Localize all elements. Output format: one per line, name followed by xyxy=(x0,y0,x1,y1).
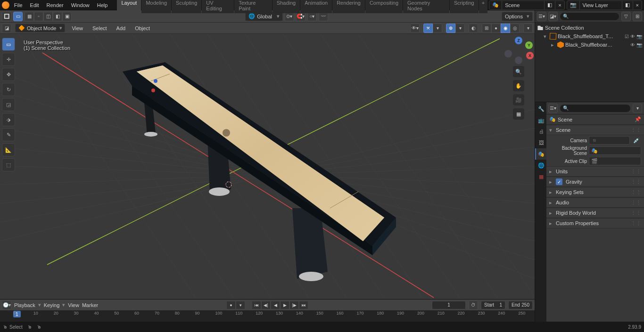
menu-edit[interactable]: Edit xyxy=(26,1,43,9)
tool-cursor-icon[interactable]: ▭ xyxy=(13,12,23,21)
axis-neg-icon[interactable] xyxy=(504,50,512,57)
editor-type-icon[interactable]: 🔳 xyxy=(2,12,11,21)
active-clip-field[interactable]: 🎬 xyxy=(589,157,641,165)
tool-transform[interactable]: ⬗ xyxy=(2,113,15,126)
start-frame-field[interactable]: Start1 xyxy=(481,301,505,309)
chevron-down-icon[interactable]: ▾ xyxy=(544,33,548,40)
select-mode-5[interactable]: ▣ xyxy=(62,12,72,21)
tree-visibility-toggles[interactable]: 👁 📷 xyxy=(630,42,642,48)
lock-range-icon[interactable]: ⏱ xyxy=(469,300,478,310)
zoom-icon[interactable]: 🔍 xyxy=(513,66,524,77)
select-mode-3[interactable]: ◫ xyxy=(43,12,53,21)
prop-tab-tool[interactable]: 🔧 xyxy=(535,103,546,114)
menu-render[interactable]: Render xyxy=(43,1,67,9)
jump-start-icon[interactable]: ⏮ xyxy=(252,301,261,309)
properties-options-icon[interactable]: ▾ xyxy=(633,104,642,113)
chevron-right-icon[interactable]: ▸ xyxy=(551,42,556,48)
section-gravity[interactable]: ▸✓Gravity⋮⋮ xyxy=(546,177,644,187)
gravity-checkbox[interactable]: ✓ xyxy=(556,178,562,185)
shading-wireframe[interactable]: ⊞ xyxy=(482,24,491,33)
perspective-toggle-icon[interactable]: ▦ xyxy=(513,108,524,120)
autokey-dropdown[interactable]: ▾ xyxy=(236,301,245,309)
tool-annotate[interactable]: ✎ xyxy=(2,128,15,141)
timeline-menu-marker[interactable]: Marker xyxy=(82,302,98,308)
section-rigid-body[interactable]: ▸Rigid Body World⋮⋮ xyxy=(546,208,644,218)
menu-window[interactable]: Window xyxy=(67,1,93,9)
tree-row-mesh[interactable]: ▸ Black_Shuffleboard_Table 👁 📷 xyxy=(536,40,643,49)
tab-rendering[interactable]: Rendering xyxy=(332,0,365,13)
end-frame-field[interactable]: End250 xyxy=(508,301,533,309)
play-icon[interactable]: ▶ xyxy=(280,301,289,309)
pan-icon[interactable]: ✋ xyxy=(513,80,524,91)
proportional-icon[interactable]: ○▾ xyxy=(307,12,317,21)
autokey-toggle[interactable]: ● xyxy=(226,301,236,309)
pivot-icon[interactable]: ⊙▾ xyxy=(285,12,294,21)
options-dropdown[interactable]: Options▾ xyxy=(502,12,533,21)
shading-material[interactable]: ◉ xyxy=(501,24,510,33)
axis-y-icon[interactable]: Y xyxy=(525,41,533,49)
close-scene-icon[interactable]: × xyxy=(555,1,564,9)
gizmo-toggle[interactable]: ⤧ xyxy=(423,24,433,33)
tool-scale[interactable]: ◲ xyxy=(2,98,15,111)
tab-texture-paint[interactable]: Texture Paint xyxy=(234,0,272,13)
tree-row-object[interactable]: ▾ Black_Shuffleboard_Table ☑ 👁 📷 xyxy=(536,32,643,40)
current-frame-field[interactable]: 1 xyxy=(432,301,466,309)
tab-uv-editing[interactable]: UV Editing xyxy=(202,0,234,13)
camera-view-icon[interactable]: 🎥 xyxy=(513,94,524,105)
prop-tab-render[interactable]: 📺 xyxy=(535,114,546,126)
outliner-display-mode-icon[interactable]: ◪▾ xyxy=(548,12,558,21)
section-units[interactable]: ▸Units⋮⋮ xyxy=(546,166,644,177)
tab-animation[interactable]: Animation xyxy=(300,0,332,13)
curve-icon[interactable]: 〰 xyxy=(319,12,328,21)
section-keying-sets[interactable]: ▸Keying Sets⋮⋮ xyxy=(546,187,644,197)
outliner-filter-icon[interactable]: ▽ xyxy=(621,12,631,21)
browse-viewlayer-icon[interactable]: ◧ xyxy=(622,1,633,9)
eyedropper-icon[interactable]: 💉 xyxy=(632,138,641,144)
prop-tab-scene[interactable]: 🎭 xyxy=(535,148,546,160)
outliner-editor-type-icon[interactable]: ☰▾ xyxy=(537,12,546,21)
properties-editor-type-icon[interactable]: ☰▾ xyxy=(548,104,558,113)
overlays-toggle[interactable]: ⊕ xyxy=(446,24,455,33)
tab-sculpting[interactable]: Sculpting xyxy=(172,0,201,13)
menu-help[interactable]: Help xyxy=(93,1,112,9)
gizmo-dropdown[interactable]: ▾ xyxy=(433,24,442,33)
prop-tab-texture[interactable]: ▦ xyxy=(535,171,546,182)
tool-add-cube[interactable]: ⬚ xyxy=(2,158,15,171)
tab-scripting[interactable]: Scripting xyxy=(450,0,479,13)
select-mode-4[interactable]: ◧ xyxy=(53,12,62,21)
axis-z-icon[interactable]: Z xyxy=(515,37,522,44)
xray-toggle[interactable]: ◐ xyxy=(469,24,478,33)
viewport-menu-view[interactable]: View xyxy=(69,24,86,32)
close-viewlayer-icon[interactable]: × xyxy=(633,1,642,9)
background-scene-field[interactable]: 🎭 xyxy=(589,146,641,155)
tab-modeling[interactable]: Modeling xyxy=(141,0,171,13)
browse-scene-icon[interactable]: ◧ xyxy=(545,1,555,9)
tool-select-box[interactable]: ▭ xyxy=(2,38,15,51)
mode-dropdown[interactable]: 🔶Object Mode▾ xyxy=(15,24,65,32)
add-workspace-button[interactable]: + xyxy=(479,0,487,13)
section-custom-props[interactable]: ▸Custom Properties⋮⋮ xyxy=(546,218,644,228)
menu-file[interactable]: File xyxy=(10,1,26,9)
viewport-menu-add[interactable]: Add xyxy=(114,24,129,32)
tree-visibility-toggles[interactable]: ☑ 👁 📷 xyxy=(625,34,642,39)
section-audio[interactable]: ▸Audio⋮⋮ xyxy=(546,197,644,208)
timeline-menu-playback[interactable]: Playback xyxy=(14,302,35,308)
camera-field[interactable]: ◾ xyxy=(589,136,630,145)
select-mode-2[interactable]: ▫ xyxy=(34,12,43,21)
select-mode-1[interactable]: ▦ xyxy=(25,12,34,21)
navigation-gizmo[interactable]: Z Y X xyxy=(505,37,532,63)
editor-mode-icon[interactable]: ◪ xyxy=(2,24,11,33)
overlays-dropdown[interactable]: ▾ xyxy=(455,24,465,33)
shading-dropdown[interactable]: ▾ xyxy=(523,24,533,33)
outliner-tree[interactable]: Scene Collection ▾ Black_Shuffleboard_Ta… xyxy=(535,23,644,102)
timeline-menu-view[interactable]: View xyxy=(68,302,79,308)
shading-solid[interactable]: ● xyxy=(491,24,501,33)
timeline-track[interactable]: 1 01020304050607080901001101201301401501… xyxy=(0,311,535,322)
viewlayer-selector[interactable]: 📷 View Layer ◧ × xyxy=(567,0,642,10)
scene-selector[interactable]: 🎭 Scene ◧ × xyxy=(489,0,564,10)
viewport-menu-object[interactable]: Object xyxy=(132,24,153,32)
jump-end-icon[interactable]: ⏭ xyxy=(299,301,308,309)
prop-tab-world[interactable]: 🌐 xyxy=(535,160,546,171)
orientation-dropdown[interactable]: 🌐Global▾ xyxy=(245,12,283,21)
prop-tab-output[interactable]: 🖨 xyxy=(535,126,546,137)
